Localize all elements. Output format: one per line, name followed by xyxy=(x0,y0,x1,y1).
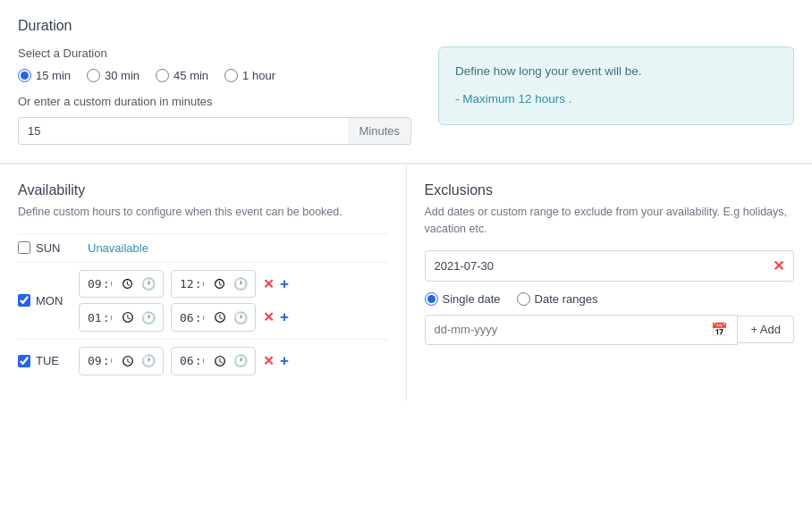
info-line2: - Maximum 12 hours . xyxy=(455,89,777,110)
radio-30min-label: 30 min xyxy=(105,69,140,82)
bottom-section: Availability Define custom hours to conf… xyxy=(0,164,812,400)
tue-slot1-add[interactable]: + xyxy=(280,352,289,370)
availability-panel: Availability Define custom hours to conf… xyxy=(0,164,407,400)
exclusion-remove-icon[interactable]: ✕ xyxy=(773,257,784,274)
duration-inner: Select a Duration 15 min 30 min 45 min 1… xyxy=(18,46,794,145)
exclusion-date-tag: 2021-07-30 ✕ xyxy=(425,250,795,282)
radio-15min[interactable]: 15 min xyxy=(18,69,71,82)
radio-date-ranges[interactable]: Date ranges xyxy=(517,292,598,306)
tue-checkbox[interactable] xyxy=(18,355,30,367)
select-duration-label: Select a Duration xyxy=(18,46,411,60)
mon-slot2-remove[interactable]: ✕ xyxy=(263,309,275,325)
mon-slot1-add[interactable]: + xyxy=(280,275,289,293)
mon-slot2-end-wrap[interactable]: 🕐 xyxy=(171,303,256,332)
tue-time-slots: 🕐 🕐 ✕ + xyxy=(79,347,388,375)
info-box: Define how long your event will be. - Ma… xyxy=(438,46,794,125)
mon-slot1-actions: ✕ + xyxy=(263,275,289,293)
custom-duration-row: Minutes xyxy=(18,117,411,145)
calendar-icon: 📅 xyxy=(711,322,728,338)
mon-slot2-start[interactable] xyxy=(87,308,137,326)
mon-slot-2: 🕐 🕐 ✕ + xyxy=(79,303,388,332)
radio-1hour-label: 1 hour xyxy=(242,69,275,82)
radio-single-date[interactable]: Single date xyxy=(425,292,501,306)
tue-label: TUE xyxy=(36,354,59,367)
exclusions-panel: Exclusions Add dates or custom range to … xyxy=(407,164,813,400)
clock-icon-5: 🕐 xyxy=(141,354,156,367)
radio-1hour[interactable]: 1 hour xyxy=(224,69,275,82)
radio-45min-label: 45 min xyxy=(173,69,208,82)
tue-slot1-start-wrap[interactable]: 🕐 xyxy=(79,347,164,375)
mon-slot2-start-wrap[interactable]: 🕐 xyxy=(79,303,164,332)
info-line1: Define how long your event will be. xyxy=(455,62,777,82)
mon-slot1-start-wrap[interactable]: 🕐 xyxy=(79,270,164,299)
exclusion-date-value: 2021-07-30 xyxy=(435,259,495,273)
mon-slot1-end[interactable] xyxy=(179,275,229,293)
custom-duration-input[interactable] xyxy=(18,117,348,145)
date-type-radio-group: Single date Date ranges xyxy=(425,292,795,306)
day-row-mon: MON 🕐 🕐 ✕ + xyxy=(18,262,388,339)
clock-icon-3: 🕐 xyxy=(141,311,156,324)
tue-slot-1: 🕐 🕐 ✕ + xyxy=(79,347,388,375)
tue-slot1-end[interactable] xyxy=(179,352,229,370)
mon-slot1-remove[interactable]: ✕ xyxy=(263,276,275,292)
mon-slot1-start[interactable] xyxy=(87,275,137,293)
clock-icon-4: 🕐 xyxy=(233,311,248,324)
radio-15min-label: 15 min xyxy=(36,69,71,82)
mon-slot-1: 🕐 🕐 ✕ + xyxy=(79,270,388,299)
minutes-badge: Minutes xyxy=(348,117,411,145)
sun-checkbox[interactable] xyxy=(18,241,30,254)
day-row-tue: TUE 🕐 🕐 ✕ + xyxy=(18,339,388,383)
availability-desc: Define custom hours to configure when th… xyxy=(18,204,388,221)
exclusions-desc: Add dates or custom range to exclude fro… xyxy=(425,204,795,238)
duration-left: Select a Duration 15 min 30 min 45 min 1… xyxy=(18,46,411,145)
tue-slot1-end-wrap[interactable]: 🕐 xyxy=(171,347,256,375)
sun-unavailable: Unavailable xyxy=(88,241,148,255)
mon-slot2-add[interactable]: + xyxy=(280,308,289,326)
custom-duration-label: Or enter a custom duration in minutes xyxy=(18,95,411,108)
availability-title: Availability xyxy=(18,182,388,198)
mon-checkbox[interactable] xyxy=(18,294,30,307)
duration-title: Duration xyxy=(18,18,794,34)
add-date-button[interactable]: + Add xyxy=(738,316,794,343)
mon-time-slots: 🕐 🕐 ✕ + 🕐 xyxy=(79,270,388,332)
day-row-sun: SUN Unavailable xyxy=(18,233,388,262)
mon-slot2-actions: ✕ + xyxy=(263,308,289,326)
tue-checkbox-wrap[interactable]: TUE xyxy=(18,354,72,367)
date-add-row: 📅 + Add xyxy=(425,315,795,345)
mon-slot1-end-wrap[interactable]: 🕐 xyxy=(171,270,256,299)
clock-icon-6: 🕐 xyxy=(233,354,248,367)
date-ranges-label: Date ranges xyxy=(535,292,598,306)
sun-checkbox-wrap[interactable]: SUN xyxy=(18,241,72,255)
clock-icon-1: 🕐 xyxy=(141,277,156,291)
radio-30min[interactable]: 30 min xyxy=(87,69,140,82)
date-input[interactable] xyxy=(435,323,712,336)
duration-section: Duration Select a Duration 15 min 30 min… xyxy=(0,0,812,164)
tue-slot1-actions: ✕ + xyxy=(263,352,289,370)
radio-45min[interactable]: 45 min xyxy=(156,69,208,82)
single-date-label: Single date xyxy=(443,292,501,306)
date-input-wrap[interactable]: 📅 xyxy=(425,315,739,345)
mon-slot2-end[interactable] xyxy=(179,308,229,326)
mon-checkbox-wrap[interactable]: MON xyxy=(18,294,72,308)
sun-label: SUN xyxy=(36,241,60,255)
mon-label: MON xyxy=(36,294,63,308)
duration-radio-group: 15 min 30 min 45 min 1 hour xyxy=(18,69,411,82)
clock-icon-2: 🕐 xyxy=(233,277,248,291)
exclusions-title: Exclusions xyxy=(425,182,795,198)
tue-slot1-remove[interactable]: ✕ xyxy=(263,353,275,369)
tue-slot1-start[interactable] xyxy=(87,352,137,370)
